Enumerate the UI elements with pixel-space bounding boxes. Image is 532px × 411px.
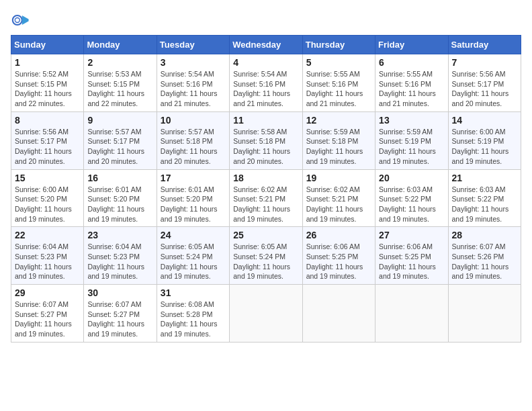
day-number: 19 — [306, 173, 371, 183]
day-header-thursday: Thursday — [302, 36, 375, 54]
day-info: Sunrise: 5:59 AM Sunset: 5:19 PM Dayligh… — [379, 127, 444, 167]
day-number: 14 — [452, 115, 517, 126]
day-number: 1 — [15, 57, 80, 68]
day-number: 22 — [15, 230, 80, 240]
day-number: 8 — [15, 115, 80, 126]
day-info: Sunrise: 6:00 AM Sunset: 5:20 PM Dayligh… — [15, 185, 80, 224]
day-info: Sunrise: 6:06 AM Sunset: 5:25 PM Dayligh… — [306, 242, 371, 281]
day-number: 4 — [233, 57, 298, 68]
calendar-week-5: 29Sunrise: 6:07 AM Sunset: 5:27 PM Dayli… — [11, 285, 521, 342]
day-info: Sunrise: 6:02 AM Sunset: 5:21 PM Dayligh… — [306, 185, 371, 224]
day-number: 27 — [379, 230, 444, 240]
day-header-friday: Friday — [375, 36, 448, 54]
calendar-cell: 29Sunrise: 6:07 AM Sunset: 5:27 PM Dayli… — [11, 285, 84, 342]
calendar-cell: 8Sunrise: 5:56 AM Sunset: 5:17 PM Daylig… — [11, 111, 84, 169]
calendar-cell: 9Sunrise: 5:57 AM Sunset: 5:17 PM Daylig… — [84, 111, 157, 169]
day-info: Sunrise: 6:07 AM Sunset: 5:27 PM Dayligh… — [87, 300, 152, 339]
calendar-cell: 27Sunrise: 6:06 AM Sunset: 5:25 PM Dayli… — [375, 227, 448, 285]
day-info: Sunrise: 5:55 AM Sunset: 5:16 PM Dayligh… — [306, 69, 371, 109]
calendar-body: 1Sunrise: 5:52 AM Sunset: 5:15 PM Daylig… — [11, 54, 521, 342]
day-number: 28 — [452, 230, 517, 240]
day-info: Sunrise: 5:52 AM Sunset: 5:15 PM Dayligh… — [15, 69, 80, 109]
day-header-wednesday: Wednesday — [230, 36, 302, 54]
calendar-cell: 6Sunrise: 5:55 AM Sunset: 5:16 PM Daylig… — [375, 54, 448, 112]
calendar-cell: 24Sunrise: 6:05 AM Sunset: 5:24 PM Dayli… — [157, 227, 229, 285]
day-info: Sunrise: 6:07 AM Sunset: 5:26 PM Dayligh… — [452, 242, 517, 281]
calendar-cell — [302, 285, 375, 342]
calendar-cell: 3Sunrise: 5:54 AM Sunset: 5:16 PM Daylig… — [157, 54, 229, 112]
day-header-sunday: Sunday — [11, 36, 84, 54]
day-info: Sunrise: 5:57 AM Sunset: 5:17 PM Dayligh… — [87, 127, 152, 167]
day-number: 11 — [233, 115, 298, 126]
logo-icon — [11, 11, 30, 30]
day-number: 7 — [452, 57, 517, 68]
page-header — [11, 11, 521, 30]
calendar-cell: 10Sunrise: 5:57 AM Sunset: 5:18 PM Dayli… — [157, 111, 229, 169]
calendar-header: SundayMondayTuesdayWednesdayThursdayFrid… — [11, 36, 521, 54]
calendar-cell: 22Sunrise: 6:04 AM Sunset: 5:23 PM Dayli… — [11, 227, 84, 285]
calendar-cell: 12Sunrise: 5:59 AM Sunset: 5:18 PM Dayli… — [302, 111, 375, 169]
day-number: 16 — [87, 173, 152, 183]
calendar-cell: 19Sunrise: 6:02 AM Sunset: 5:21 PM Dayli… — [302, 169, 375, 227]
day-number: 21 — [452, 173, 517, 183]
day-info: Sunrise: 5:53 AM Sunset: 5:15 PM Dayligh… — [87, 69, 152, 109]
calendar-cell: 7Sunrise: 5:56 AM Sunset: 5:17 PM Daylig… — [448, 54, 521, 112]
calendar-cell: 17Sunrise: 6:01 AM Sunset: 5:20 PM Dayli… — [157, 169, 229, 227]
header-row: SundayMondayTuesdayWednesdayThursdayFrid… — [11, 36, 521, 54]
calendar-table: SundayMondayTuesdayWednesdayThursdayFrid… — [11, 35, 521, 342]
calendar-cell: 4Sunrise: 5:54 AM Sunset: 5:16 PM Daylig… — [230, 54, 302, 112]
calendar-cell: 21Sunrise: 6:03 AM Sunset: 5:22 PM Dayli… — [448, 169, 521, 227]
svg-point-0 — [13, 15, 22, 25]
day-header-monday: Monday — [84, 36, 157, 54]
calendar-cell: 18Sunrise: 6:02 AM Sunset: 5:21 PM Dayli… — [230, 169, 302, 227]
day-info: Sunrise: 5:56 AM Sunset: 5:17 PM Dayligh… — [452, 69, 517, 109]
calendar-cell: 28Sunrise: 6:07 AM Sunset: 5:26 PM Dayli… — [448, 227, 521, 285]
svg-point-1 — [15, 18, 19, 23]
calendar-cell: 16Sunrise: 6:01 AM Sunset: 5:20 PM Dayli… — [84, 169, 157, 227]
day-info: Sunrise: 6:07 AM Sunset: 5:27 PM Dayligh… — [15, 300, 80, 339]
day-header-tuesday: Tuesday — [157, 36, 229, 54]
day-info: Sunrise: 5:57 AM Sunset: 5:18 PM Dayligh… — [161, 127, 226, 167]
day-number: 18 — [233, 173, 298, 183]
day-number: 31 — [161, 287, 226, 298]
calendar-cell: 1Sunrise: 5:52 AM Sunset: 5:15 PM Daylig… — [11, 54, 84, 112]
calendar-cell: 30Sunrise: 6:07 AM Sunset: 5:27 PM Dayli… — [84, 285, 157, 342]
day-info: Sunrise: 6:04 AM Sunset: 5:23 PM Dayligh… — [87, 242, 152, 281]
day-number: 3 — [161, 57, 226, 68]
day-info: Sunrise: 5:55 AM Sunset: 5:16 PM Dayligh… — [379, 69, 444, 109]
day-number: 15 — [15, 173, 80, 183]
calendar-cell: 11Sunrise: 5:58 AM Sunset: 5:18 PM Dayli… — [230, 111, 302, 169]
day-info: Sunrise: 6:01 AM Sunset: 5:20 PM Dayligh… — [161, 185, 226, 224]
day-number: 6 — [379, 57, 444, 68]
calendar-cell: 15Sunrise: 6:00 AM Sunset: 5:20 PM Dayli… — [11, 169, 84, 227]
day-info: Sunrise: 6:05 AM Sunset: 5:24 PM Dayligh… — [233, 242, 298, 281]
day-number: 30 — [87, 287, 152, 298]
calendar-cell: 31Sunrise: 6:08 AM Sunset: 5:28 PM Dayli… — [157, 285, 229, 342]
day-number: 26 — [306, 230, 371, 240]
calendar-cell: 23Sunrise: 6:04 AM Sunset: 5:23 PM Dayli… — [84, 227, 157, 285]
calendar-cell — [230, 285, 302, 342]
day-info: Sunrise: 6:03 AM Sunset: 5:22 PM Dayligh… — [452, 185, 517, 224]
day-info: Sunrise: 6:02 AM Sunset: 5:21 PM Dayligh… — [233, 185, 298, 224]
calendar-week-3: 15Sunrise: 6:00 AM Sunset: 5:20 PM Dayli… — [11, 169, 521, 227]
day-number: 9 — [87, 115, 152, 126]
day-number: 13 — [379, 115, 444, 126]
day-info: Sunrise: 5:56 AM Sunset: 5:17 PM Dayligh… — [15, 127, 80, 167]
day-info: Sunrise: 6:00 AM Sunset: 5:19 PM Dayligh… — [452, 127, 517, 167]
day-number: 5 — [306, 57, 371, 68]
day-info: Sunrise: 5:54 AM Sunset: 5:16 PM Dayligh… — [233, 69, 298, 109]
calendar-cell: 13Sunrise: 5:59 AM Sunset: 5:19 PM Dayli… — [375, 111, 448, 169]
day-number: 20 — [379, 173, 444, 183]
day-info: Sunrise: 5:59 AM Sunset: 5:18 PM Dayligh… — [306, 127, 371, 167]
calendar-week-2: 8Sunrise: 5:56 AM Sunset: 5:17 PM Daylig… — [11, 111, 521, 169]
day-number: 29 — [15, 287, 80, 298]
calendar-cell: 5Sunrise: 5:55 AM Sunset: 5:16 PM Daylig… — [302, 54, 375, 112]
day-number: 10 — [161, 115, 226, 126]
day-number: 2 — [87, 57, 152, 68]
day-number: 12 — [306, 115, 371, 126]
logo — [11, 11, 32, 30]
calendar-cell: 20Sunrise: 6:03 AM Sunset: 5:22 PM Dayli… — [375, 169, 448, 227]
day-header-saturday: Saturday — [448, 36, 521, 54]
svg-marker-2 — [22, 15, 29, 25]
calendar-cell — [375, 285, 448, 342]
